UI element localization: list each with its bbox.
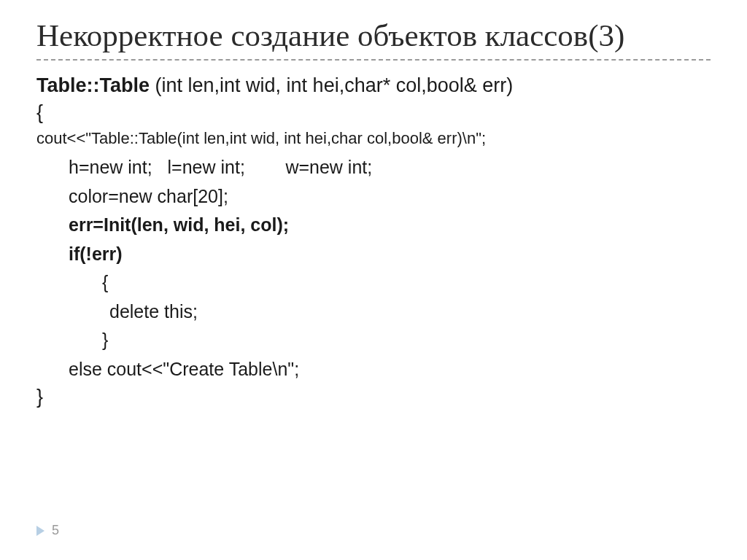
open-brace: { (36, 99, 711, 125)
close-brace: } (36, 384, 711, 410)
code-line-delete: delete this; (36, 298, 711, 327)
divider (36, 59, 711, 61)
brace-close-inner: } (36, 326, 711, 355)
play-icon (36, 526, 44, 536)
signature-bold: Table::Table (36, 74, 150, 96)
brace-open-inner: { (36, 268, 711, 298)
constructor-signature: Table::Table (int len,int wid, int hei,c… (36, 72, 711, 98)
alloc-w: w=new int; (285, 157, 372, 177)
slide: Некорректное создание объектов классов(3… (0, 0, 747, 560)
code-line-cout: cout<<"Table::Table(int len,int wid, int… (36, 127, 711, 150)
footer: 5 (36, 523, 59, 538)
alloc-l: l=new int; (168, 157, 245, 177)
alloc-h: h=new int; (69, 157, 152, 177)
code-line-if: if(!err) (36, 240, 711, 269)
signature-params: (int len,int wid, int hei,char* col,bool… (150, 74, 513, 96)
code-line-color: color=new char[20]; (36, 182, 711, 211)
code-line-err: err=Init(len, wid, hei, col); (36, 211, 711, 240)
slide-title: Некорректное создание объектов классов(3… (36, 18, 711, 53)
code-line-else: else cout<<"Create Table\n"; (36, 355, 711, 384)
code-block: h=new int; l=new int; w=new int; color=n… (36, 153, 711, 384)
page-number: 5 (52, 523, 59, 538)
code-line-alloc: h=new int; l=new int; w=new int; (36, 153, 711, 182)
